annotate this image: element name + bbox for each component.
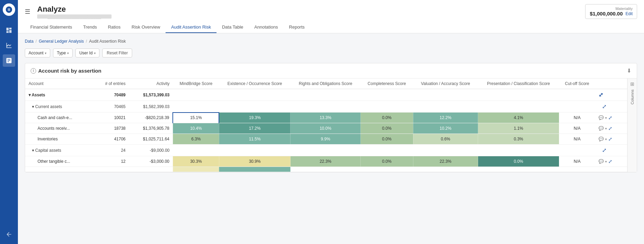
- cutoff-score-cell: N/A: [559, 123, 595, 134]
- col-header-actions: [595, 78, 627, 89]
- comment-icon[interactable]: 💬: [599, 137, 604, 141]
- comment-icon[interactable]: 💬: [599, 159, 604, 164]
- entries-cell: 70489: [89, 89, 129, 101]
- col-header-completeness: Completeness Score: [361, 78, 413, 89]
- expand-row-icon[interactable]: ⤢: [608, 136, 612, 142]
- table-row: Cash and cash-e... 10021 -$820,218.39 15…: [25, 113, 627, 123]
- table-row: ▾ Capital assets 24 -$9,000.00 ⤢: [25, 145, 627, 156]
- hamburger-button[interactable]: ☰: [25, 8, 30, 15]
- col-header-mindbridge: MindBridge Score: [173, 78, 219, 89]
- tab-data-table[interactable]: Data Table: [217, 22, 249, 33]
- columns-panel[interactable]: ⊞ Columns: [627, 78, 637, 172]
- rights-score-cell: 13.3%: [291, 113, 361, 123]
- valuation-score-cell: [413, 167, 478, 172]
- valuation-score-cell: 10.2%: [413, 123, 478, 134]
- sidebar-item-dashboard[interactable]: [3, 24, 15, 36]
- user-id-filter-button[interactable]: User Id ▾: [75, 49, 99, 57]
- table-area: Account # of entries Activity MindBridge…: [25, 78, 637, 172]
- table-wrapper: Account # of entries Activity MindBridge…: [25, 78, 627, 172]
- table-row: Accounts receiv... 18738 $1,376,905.78 1…: [25, 123, 627, 134]
- type-filter-button[interactable]: Type ▾: [53, 49, 73, 57]
- tab-risk-overview[interactable]: Risk Overview: [126, 22, 166, 33]
- tab-ratios[interactable]: Ratios: [102, 22, 126, 33]
- expand-row-icon[interactable]: ⤢: [608, 126, 612, 131]
- expand-icon[interactable]: ⤢: [602, 104, 606, 109]
- content-area: Data / General Ledger Analysis / Audit A…: [18, 33, 644, 244]
- comment-icon[interactable]: 💬: [599, 115, 604, 120]
- presentation-score-cell: 1.1%: [478, 123, 559, 134]
- tab-trends[interactable]: Trends: [77, 22, 102, 33]
- top-header: ☰ Analyze ████████████████████ Materiali…: [18, 0, 644, 33]
- tab-annotations[interactable]: Annotations: [249, 22, 284, 33]
- chevron-down-icon[interactable]: ▾: [605, 127, 607, 130]
- account-cell: ▾ Current assets: [25, 101, 89, 113]
- existence-score-cell: [219, 167, 290, 172]
- nav-tabs: Financial Statements Trends Ratios Risk …: [25, 22, 637, 33]
- action-cell: 💬 ▾ ⤢: [595, 113, 627, 123]
- cutoff-score-cell: N/A: [559, 156, 595, 167]
- edit-materiality-link[interactable]: Edit: [625, 11, 633, 16]
- expand-cell[interactable]: ⤢: [595, 89, 627, 101]
- rights-score-cell: 22.3%: [291, 156, 361, 167]
- chevron-down-icon[interactable]: ▾: [605, 137, 607, 141]
- filter-bar: Account ▾ Type ▾ User Id ▾ Reset Filter: [25, 49, 637, 57]
- activity-cell: -$3,000.00: [129, 156, 173, 167]
- table-card-title: i Account risk by assertion: [31, 68, 101, 74]
- app-logo[interactable]: [3, 3, 15, 16]
- sidebar-item-back[interactable]: [3, 228, 15, 241]
- sidebar-item-chart[interactable]: [3, 39, 15, 52]
- col-header-account: Account: [25, 78, 89, 89]
- account-filter-caret: ▾: [45, 51, 46, 55]
- account-cell: [25, 167, 89, 172]
- header-row: ☰ Analyze ████████████████████ Materiali…: [25, 4, 637, 19]
- table-header-row: Account # of entries Activity MindBridge…: [25, 78, 627, 89]
- valuation-score-cell: 22.3%: [413, 156, 478, 167]
- expand-cell[interactable]: ⤢: [595, 101, 627, 113]
- reset-filter-button[interactable]: Reset Filter: [102, 49, 132, 57]
- mindbridge-score-cell: 10.4%: [173, 123, 219, 134]
- col-header-presentation: Presentation / Classification Score: [478, 78, 559, 89]
- entries-cell: 12: [89, 156, 129, 167]
- col-header-existence: Existence / Occurrence Score: [219, 78, 290, 89]
- chevron-down-icon[interactable]: ▾: [605, 160, 607, 163]
- presentation-score-cell: 0.3%: [478, 134, 559, 145]
- account-cell: Cash and cash-e...: [25, 113, 89, 123]
- presentation-score-cell: [478, 167, 559, 172]
- sidebar: [0, 0, 18, 244]
- account-cell: Inventories: [25, 134, 89, 145]
- activity-cell: $1,376,905.78: [129, 123, 173, 134]
- assertion-risk-table: Account # of entries Activity MindBridge…: [25, 78, 627, 172]
- breadcrumb-general-ledger[interactable]: General Ledger Analysis: [39, 39, 84, 44]
- expand-icon[interactable]: ⤢: [599, 92, 603, 98]
- action-cell: 💬 ▾ ⤢: [595, 156, 627, 167]
- expand-icon[interactable]: ⤢: [602, 147, 606, 153]
- info-icon[interactable]: i: [31, 68, 36, 74]
- col-header-entries: # of entries: [89, 78, 129, 89]
- comment-icon[interactable]: 💬: [599, 126, 604, 131]
- sidebar-item-analyze[interactable]: [3, 54, 15, 67]
- page-title: Analyze: [37, 5, 112, 14]
- table-row: [25, 167, 627, 172]
- cutoff-score-cell: [559, 167, 595, 172]
- cutoff-score-cell: N/A: [559, 113, 595, 123]
- entries-cell: 18738: [89, 123, 129, 134]
- breadcrumb-data[interactable]: Data: [25, 39, 33, 44]
- account-filter-button[interactable]: Account ▾: [25, 49, 50, 57]
- rights-score-cell: [291, 167, 361, 172]
- download-icon[interactable]: ⬇: [627, 67, 631, 74]
- presentation-score-cell: 0.0%: [478, 156, 559, 167]
- tab-financial-statements[interactable]: Financial Statements: [25, 22, 77, 33]
- expand-cell[interactable]: ⤢: [595, 145, 627, 156]
- expand-row-icon[interactable]: ⤢: [608, 115, 612, 120]
- expand-row-icon[interactable]: ⤢: [608, 159, 612, 164]
- entries-cell: 41706: [89, 134, 129, 145]
- existence-score-cell: 17.2%: [219, 123, 290, 134]
- tab-reports[interactable]: Reports: [284, 22, 310, 33]
- activity-cell: [129, 167, 173, 172]
- chevron-down-icon[interactable]: ▾: [605, 116, 607, 120]
- existence-score-cell: 11.5%: [219, 134, 290, 145]
- account-cell: Other tangible c...: [25, 156, 89, 167]
- action-cell: [595, 167, 627, 172]
- tab-audit-assertion-risk[interactable]: Audit Assertion Risk: [166, 22, 217, 33]
- cutoff-score-cell: N/A: [559, 134, 595, 145]
